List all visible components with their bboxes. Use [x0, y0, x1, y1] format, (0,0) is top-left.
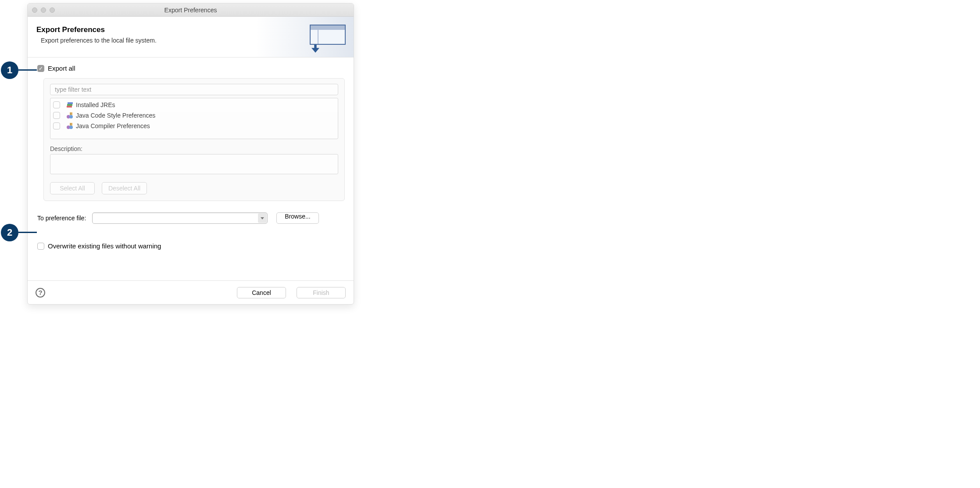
svg-text:J: J [70, 112, 72, 115]
preferences-list[interactable]: Installed JREs J Java Code Style Prefere… [50, 98, 338, 139]
annotation-badge-2: 2 [1, 224, 18, 241]
item-label: Installed JREs [76, 101, 115, 108]
item-label: Java Code Style Preferences [76, 112, 155, 119]
description-label: Description: [50, 145, 338, 152]
svg-rect-1 [67, 104, 72, 106]
svg-rect-2 [68, 102, 73, 104]
preferences-group: Installed JREs J Java Code Style Prefere… [43, 78, 345, 201]
cancel-button[interactable]: Cancel [237, 287, 286, 298]
preference-file-combo[interactable] [92, 212, 268, 224]
overwrite-checkbox[interactable] [37, 243, 44, 250]
minimize-window-icon[interactable] [41, 7, 46, 13]
list-item[interactable]: Installed JREs [53, 100, 335, 110]
java-pref-icon: J [66, 122, 73, 129]
window-title: Export Preferences [28, 7, 354, 14]
description-text [50, 154, 338, 174]
annotation-number: 1 [7, 65, 12, 76]
deselect-all-button[interactable]: Deselect All [102, 182, 147, 194]
svg-point-8 [69, 126, 73, 129]
wizard-banner: Export Preferences Export preferences to… [28, 17, 354, 57]
close-window-icon[interactable] [32, 7, 37, 13]
annotation-badge-1: 1 [1, 61, 18, 79]
item-label: Java Compiler Preferences [76, 122, 150, 129]
titlebar: Export Preferences [28, 4, 354, 17]
browse-button[interactable]: Browse... [276, 212, 318, 224]
item-checkbox[interactable] [53, 101, 60, 108]
help-icon[interactable]: ? [36, 288, 45, 298]
annotation-line-1 [18, 69, 37, 71]
export-icon [304, 23, 347, 53]
chevron-down-icon[interactable] [258, 213, 267, 223]
select-all-button[interactable]: Select All [50, 182, 95, 194]
finish-button[interactable]: Finish [297, 287, 346, 298]
java-pref-icon: J [66, 112, 73, 119]
annotation-number: 2 [7, 227, 12, 238]
export-all-label: Export all [48, 65, 75, 72]
item-checkbox[interactable] [53, 122, 60, 129]
export-preferences-dialog: Export Preferences Export Preferences Ex… [27, 3, 354, 305]
annotation-line-2 [18, 232, 37, 233]
window-controls [32, 7, 55, 13]
dialog-footer: ? Cancel Finish [28, 280, 354, 304]
filter-input[interactable] [50, 84, 338, 95]
library-icon [66, 101, 73, 108]
list-item[interactable]: J Java Compiler Preferences [53, 121, 335, 131]
list-item[interactable]: J Java Code Style Preferences [53, 110, 335, 121]
overwrite-row[interactable]: Overwrite existing files without warning [37, 242, 345, 276]
export-all-checkbox[interactable] [37, 65, 44, 72]
wizard-title: Export Preferences [36, 25, 304, 34]
preference-file-label: To preference file: [37, 215, 86, 222]
overwrite-label: Overwrite existing files without warning [48, 242, 161, 250]
svg-rect-0 [67, 106, 72, 108]
wizard-subtitle: Export preferences to the local file sys… [41, 37, 304, 44]
svg-text:J: J [70, 123, 72, 126]
export-all-row[interactable]: Export all [37, 65, 345, 72]
zoom-window-icon[interactable] [50, 7, 55, 13]
svg-point-4 [69, 115, 73, 118]
item-checkbox[interactable] [53, 112, 60, 119]
